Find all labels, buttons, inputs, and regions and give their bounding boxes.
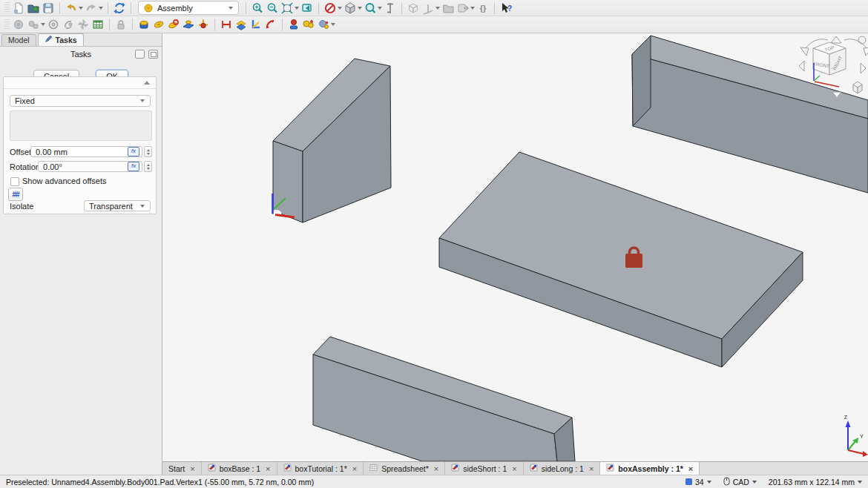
doc-tab-label: boxTutorial : 1*: [295, 464, 347, 473]
create-assembly-icon[interactable]: [11, 18, 26, 32]
isolate-select[interactable]: Transparent: [84, 200, 151, 211]
joint-planar-icon[interactable]: [181, 18, 196, 32]
measure-icon[interactable]: [383, 1, 398, 15]
part-sideshort-upright[interactable]: [273, 59, 391, 222]
tab-model-label: Model: [8, 36, 30, 44]
tab-model[interactable]: Model: [1, 34, 36, 46]
assembly-drag-icon[interactable]: [286, 18, 301, 32]
save-icon[interactable]: [41, 1, 56, 15]
tab-tasks[interactable]: Tasks: [38, 33, 84, 46]
update-assembly-icon[interactable]: [61, 18, 76, 32]
doc-tab-boxbase[interactable]: boxBase : 1 ×: [202, 462, 277, 475]
expression-braces-icon[interactable]: {}: [476, 1, 490, 15]
draw-style-icon[interactable]: [323, 1, 338, 15]
close-tab-icon[interactable]: ×: [589, 465, 594, 472]
doc-tab-label: Spreadsheet*: [381, 464, 429, 473]
fit-all-caret[interactable]: [295, 7, 299, 10]
whats-this-icon[interactable]: ?: [499, 1, 513, 15]
axonometric-view-icon[interactable]: [343, 1, 358, 15]
isolate-label: Isolate: [10, 202, 33, 211]
offset-input[interactable]: 0.00 mm fx: [30, 146, 142, 157]
dock-float-icon[interactable]: [148, 50, 158, 59]
document-tab-bar: Start × boxBase : 1 × boxTutorial : 1* ×…: [162, 461, 868, 475]
joint-fixed-icon[interactable]: [137, 18, 151, 32]
bounding-box-icon[interactable]: [406, 1, 421, 15]
simulation-icon[interactable]: [301, 18, 316, 32]
part-boxbase[interactable]: [439, 152, 803, 367]
close-tab-icon[interactable]: ×: [688, 465, 693, 472]
doc-tab-spreadsheet[interactable]: Spreadsheet* ×: [364, 462, 445, 475]
doc-tab-sideshort[interactable]: sideShort : 1 ×: [445, 462, 523, 475]
new-document-icon[interactable]: [11, 1, 26, 15]
groupbox-header[interactable]: [4, 77, 156, 89]
rotation-formula-icon[interactable]: fx: [128, 162, 139, 171]
refresh-icon[interactable]: [112, 1, 127, 15]
axis-cross-icon[interactable]: [421, 1, 435, 15]
draw-style-caret[interactable]: [338, 7, 342, 10]
link-make-caret[interactable]: [470, 7, 475, 10]
advanced-offsets-checkbox[interactable]: [10, 177, 19, 186]
separator: [132, 19, 133, 30]
constraint-distance-icon[interactable]: [219, 18, 234, 32]
toggle-axes-button[interactable]: ##: [8, 188, 23, 201]
view-dimensions-selector[interactable]: 201.63 mm x 122.14 mm: [769, 478, 862, 487]
close-tab-icon[interactable]: ×: [190, 465, 194, 472]
offset-formula-icon[interactable]: fx: [128, 147, 139, 156]
part-sidelong-bottom[interactable]: [313, 337, 575, 461]
doc-tab-start[interactable]: Start ×: [162, 462, 202, 475]
joint-ball-icon[interactable]: [196, 18, 211, 32]
reference-list[interactable]: [10, 111, 152, 141]
insert-part-icon[interactable]: [26, 18, 41, 32]
offset-spinner[interactable]: [144, 146, 152, 157]
zoom-out-icon[interactable]: [265, 1, 280, 15]
antialiasing-selector[interactable]: 34: [685, 478, 711, 487]
redo-menu-caret[interactable]: [99, 7, 103, 10]
undo-menu-caret[interactable]: [79, 7, 83, 10]
close-tab-icon[interactable]: ×: [434, 465, 438, 472]
constraint-angle-icon[interactable]: [263, 18, 278, 32]
assembly-tools-icon[interactable]: [316, 18, 331, 32]
rotation-spinner[interactable]: [144, 161, 152, 172]
doc-tab-boxassembly[interactable]: boxAssembly : 1* ×: [600, 462, 700, 475]
link-make-icon[interactable]: [456, 1, 470, 15]
dock-tab-bar: Model Tasks: [0, 33, 162, 47]
assembly-tools-caret[interactable]: [331, 23, 335, 26]
close-tab-icon[interactable]: ×: [266, 465, 270, 472]
axis-cross-caret[interactable]: [435, 7, 440, 10]
doc-tab-boxtutorial[interactable]: boxTutorial : 1* ×: [277, 462, 364, 475]
open-spreadsheet-icon[interactable]: [91, 18, 105, 32]
collapse-arrow-icon[interactable]: [144, 81, 150, 85]
dock-minimize-icon[interactable]: [135, 50, 145, 59]
joint-revolute-icon[interactable]: [151, 18, 166, 32]
doc-tab-sidelong[interactable]: sideLong : 1 ×: [524, 462, 601, 475]
zoom-tools-caret[interactable]: [378, 7, 382, 10]
sync-view-icon[interactable]: [300, 1, 315, 15]
workbench-selector[interactable]: Assembly: [138, 1, 239, 15]
joint-cylindrical-icon[interactable]: [166, 18, 181, 32]
nav-right-triangle-icon: [861, 63, 866, 73]
separator: [109, 19, 110, 30]
exploded-view-icon[interactable]: [76, 18, 91, 32]
redo-icon[interactable]: [84, 1, 99, 15]
undo-icon[interactable]: [64, 1, 79, 15]
navigation-style-caret: [752, 481, 757, 484]
solve-assembly-icon[interactable]: [46, 18, 61, 32]
open-document-icon[interactable]: [26, 1, 41, 15]
toggle-grounded-icon[interactable]: [114, 18, 128, 32]
close-tab-icon[interactable]: ×: [352, 465, 357, 472]
group-folder-icon[interactable]: [441, 1, 456, 15]
rotate-right-arrow-icon: [864, 47, 868, 56]
zoom-tools-icon[interactable]: [363, 1, 378, 15]
axonometric-view-caret[interactable]: [358, 7, 362, 10]
close-tab-icon[interactable]: ×: [512, 465, 516, 472]
navigation-style-selector[interactable]: CAD: [723, 477, 757, 487]
rotation-input[interactable]: 0.00° fx: [38, 161, 142, 172]
fit-all-icon[interactable]: [280, 1, 295, 15]
view-dimensions-caret: [858, 481, 862, 484]
insert-part-caret[interactable]: [41, 23, 45, 26]
attachment-select[interactable]: Fixed: [10, 95, 151, 107]
constraint-perpendicular-icon[interactable]: [249, 18, 263, 32]
zoom-in-icon[interactable]: [250, 1, 265, 15]
viewport-3d[interactable]: TOP FRONT RIGHT Z Y X: [162, 33, 868, 461]
constraint-parallel-icon[interactable]: [234, 18, 249, 32]
